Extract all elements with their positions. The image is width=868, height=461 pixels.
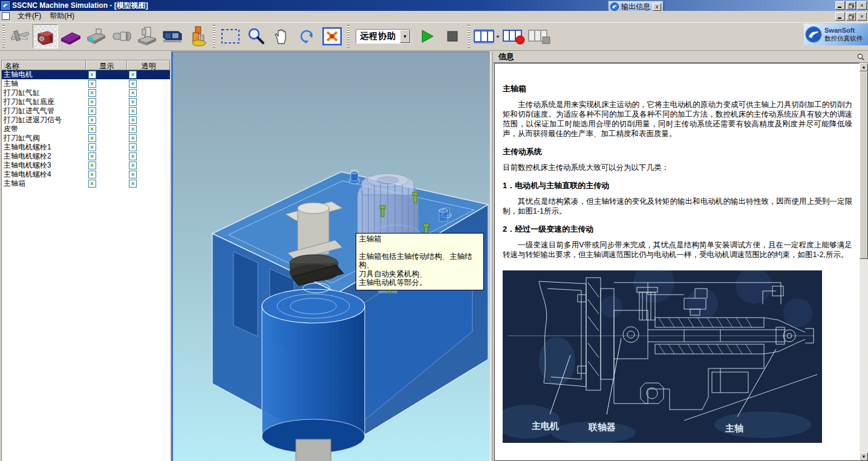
scroll-up-icon[interactable]: ▲ [860,63,868,71]
scroll-down-icon[interactable]: ▼ [860,453,868,461]
table-row[interactable]: 主轴箱×× [2,179,170,188]
info-paragraph: 目前数控机床主传动系统大致可以分为以下几类： [503,163,852,172]
chevron-down-icon[interactable]: ▼ [400,30,410,43]
parts-rows: 主轴电机××主轴××打刀缸气缸××打刀缸气缸底座××打刀缸进气气管××打刀缸进退… [2,70,170,188]
child-close-button[interactable]: × [857,12,867,21]
transparent-checkbox[interactable]: × [129,171,137,178]
parts-table-header: 名称 显示 透明 [2,60,170,70]
transparent-checkbox[interactable]: × [129,152,137,160]
part-name: 主轴箱 [2,179,86,188]
table-row[interactable]: 打刀缸进退刀信号×× [2,116,170,125]
cnc-lathe-icon[interactable] [160,24,185,48]
zoom-icon[interactable] [243,24,269,48]
table-row[interactable]: 打刀缸进气气管×× [2,106,170,116]
transparent-checkbox[interactable]: × [129,180,137,188]
machine-bed-icon[interactable] [58,24,83,48]
film-stop-icon[interactable] [527,24,552,48]
show-checkbox[interactable]: × [88,98,96,106]
show-checkbox[interactable]: × [88,89,96,97]
show-checkbox[interactable]: × [88,171,96,178]
model-viewport[interactable]: 主轴箱 主轴箱包括主轴传动结构、主轴结构、 刀具自动夹紧机构、 主轴电动机等部分… [173,51,490,461]
machine-saddle-icon[interactable] [83,24,109,48]
rotate-icon[interactable] [294,24,319,48]
toolbar-grip[interactable] [213,25,215,48]
table-row[interactable]: 打刀缸气缸底座×× [2,97,170,106]
part-name: 皮带 [2,125,86,134]
film-record-icon[interactable] [501,24,527,48]
toolbar-grip[interactable] [2,25,5,48]
transparent-checkbox[interactable]: × [129,98,137,106]
pan-icon[interactable] [269,24,294,48]
column-header-show[interactable]: 显示 [86,60,127,70]
table-row[interactable]: 主轴电机螺栓4×× [2,170,170,179]
remote-assist-dropdown[interactable]: 远程协助 ▼ [356,29,411,44]
show-checkbox[interactable]: × [88,107,96,115]
table-row[interactable]: 主轴×× [2,79,170,88]
show-checkbox[interactable]: × [88,116,96,124]
show-checkbox[interactable]: × [88,134,96,142]
figure-label-coupling: 联轴器 [588,422,616,432]
info-panel: 信息 主轴箱主传动系统是用来实现机床主运动的，它将主电动机的原动力变成可供主轴上… [493,51,868,461]
toolbar-grip[interactable] [347,25,350,48]
table-row[interactable]: 主轴电机螺栓1×× [2,143,170,152]
transparent-checkbox[interactable]: × [129,80,137,88]
child-minimize-button[interactable] [835,12,845,21]
transparent-checkbox[interactable]: × [129,162,137,169]
output-window-title: 输出信息 [621,2,650,12]
toolbar: 远程协助 ▼ [0,22,868,51]
spindle-head-icon[interactable] [33,24,58,48]
part-name: 打刀缸气阀 [2,134,86,143]
transparent-checkbox[interactable]: × [129,116,137,124]
show-checkbox[interactable]: × [88,125,96,133]
table-row[interactable]: 主轴电机螺栓3×× [2,161,170,170]
play-icon[interactable] [414,24,440,48]
spindle-section-figure: 主电机 联轴器 主轴 [503,270,822,443]
part-name: 主轴电机螺栓1 [2,143,86,152]
info-paragraph: 主传动系统是用来实现机床主运动的，它将主电动机的原动力变成可供主轴上刀具切削加工… [503,100,852,139]
machining-center-icon[interactable] [134,24,160,48]
show-checkbox[interactable]: × [88,162,96,169]
tool-spindle-icon[interactable] [109,24,134,48]
info-scrollbar[interactable]: ▲ ▼ [860,63,868,461]
menu-file[interactable]: 文件(F) [13,10,45,22]
transparent-checkbox[interactable]: × [129,125,137,133]
show-checkbox[interactable]: × [88,152,96,160]
scroll-thumb[interactable] [860,71,868,259]
part-name: 主轴电机 [2,70,86,79]
select-rect-icon[interactable] [218,24,243,48]
part-name: 打刀缸气缸底座 [2,97,86,106]
transparent-checkbox[interactable]: × [129,71,137,79]
tooltip-title: 主轴箱 [359,235,481,244]
column-header-name[interactable]: 名称 [2,60,86,70]
transparent-checkbox[interactable]: × [129,89,137,97]
menu-help[interactable]: 帮助(H) [45,10,79,22]
transparent-checkbox[interactable]: × [129,143,137,151]
show-checkbox[interactable]: × [88,71,96,79]
show-checkbox[interactable]: × [88,143,96,151]
show-checkbox[interactable]: × [88,180,96,188]
column-header-transparent[interactable]: 透明 [127,60,170,70]
output-window-close-button[interactable]: x [653,3,661,11]
table-row[interactable]: 皮带×× [2,125,170,134]
tool-magazine-icon[interactable] [185,24,210,48]
table-row[interactable]: 主轴电机×× [2,70,170,79]
info-panel-title: 信息 [498,51,514,62]
axis-tools-icon[interactable] [7,24,33,48]
stop-icon[interactable] [440,24,465,48]
fit-view-icon[interactable] [319,24,345,48]
transparent-checkbox[interactable]: × [129,107,137,115]
pin-icon[interactable] [857,53,864,60]
transparent-checkbox[interactable]: × [129,134,137,142]
table-row[interactable]: 打刀缸气阀×× [2,134,170,143]
child-restore-button[interactable] [846,12,856,21]
part-name: 主轴电机螺栓4 [2,170,86,179]
table-row[interactable]: 打刀缸气缸×× [2,88,170,97]
restore-button[interactable] [846,1,856,10]
minimize-button[interactable] [835,1,845,10]
table-row[interactable]: 主轴电机螺栓2×× [2,152,170,161]
film-icon[interactable] [472,24,501,48]
close-button[interactable]: × [857,1,867,10]
parts-table: 名称 显示 透明 主轴电机××主轴××打刀缸气缸××打刀缸气缸底座××打刀缸进气… [1,60,170,461]
show-checkbox[interactable]: × [88,80,96,88]
toolbar-grip[interactable] [468,25,470,48]
